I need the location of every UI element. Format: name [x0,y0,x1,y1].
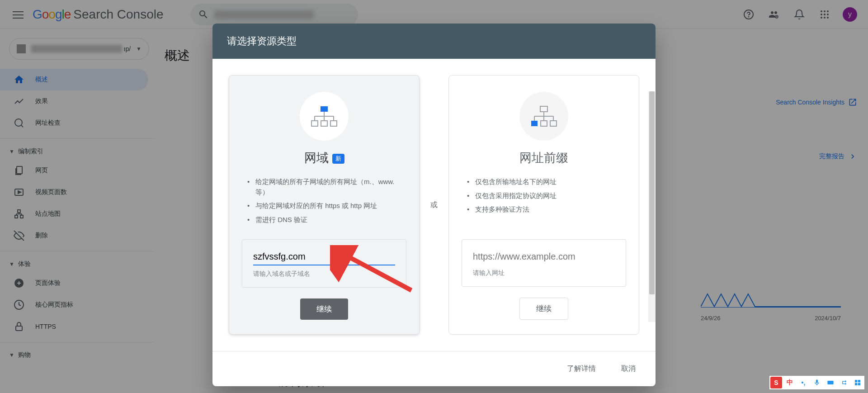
modal-scrollbar[interactable] [648,91,656,322]
domain-input-hint: 请输入域名或子域名 [253,270,395,278]
svg-rect-50 [858,380,860,382]
ime-toolbar[interactable]: S 中 •, [769,376,864,389]
svg-rect-31 [330,121,337,126]
url-continue-button[interactable]: 继续 [519,298,568,320]
new-badge: 新 [332,154,344,164]
url-sitemap-icon [519,92,568,141]
ime-toolbox-icon[interactable] [852,377,863,388]
svg-rect-30 [321,121,327,126]
url-input-box: 请输入网址 [462,239,626,287]
ime-sogou-icon[interactable]: S [770,377,782,388]
domain-input[interactable] [253,249,395,265]
or-separator: 或 [430,200,438,210]
svg-rect-38 [531,121,538,126]
svg-rect-39 [541,121,547,126]
url-card-title: 网址前缀 [462,150,626,166]
ime-keyboard-icon[interactable] [825,377,836,388]
property-type-modal: 请选择资源类型 网域新 给定网域的所有子网域的所有网址（m.、www. 等） 与… [212,24,656,386]
svg-rect-48 [827,381,833,384]
svg-rect-29 [311,121,318,126]
svg-rect-40 [550,121,557,126]
url-prefix-property-card[interactable]: 网址前缀 仅包含所输地址名下的网址 仅包含采用指定协议的网址 支持多种验证方法 … [448,75,639,335]
ime-mic-icon[interactable] [811,377,823,388]
domain-sitemap-icon [300,92,349,141]
domain-card-bullets: 给定网域的所有子网域的所有网址（m.、www. 等） 与给定网域对应的所有 ht… [242,175,406,227]
domain-input-box: 请输入域名或子域名 [242,239,406,288]
url-prefix-input[interactable] [473,249,615,265]
modal-title: 请选择资源类型 [212,24,656,59]
cancel-button[interactable]: 取消 [616,360,641,377]
ime-punct-icon[interactable]: •, [797,377,809,388]
svg-rect-51 [855,383,857,385]
domain-property-card[interactable]: 网域新 给定网域的所有子网域的所有网址（m.、www. 等） 与给定网域对应的所… [229,75,420,335]
domain-card-title: 网域新 [242,150,406,166]
svg-rect-28 [321,106,328,112]
url-card-bullets: 仅包含所输地址名下的网址 仅包含采用指定协议的网址 支持多种验证方法 [462,175,626,217]
learn-more-button[interactable]: 了解详情 [561,360,601,377]
url-input-hint: 请输入网址 [473,269,615,277]
ime-skin-icon[interactable] [838,377,850,388]
svg-rect-49 [855,380,857,382]
ime-chinese-icon[interactable]: 中 [784,377,796,388]
svg-rect-52 [858,383,860,385]
svg-rect-37 [540,106,547,112]
modal-overlay[interactable]: 请选择资源类型 网域新 给定网域的所有子网域的所有网址（m.、www. 等） 与… [0,0,868,393]
domain-continue-button[interactable]: 继续 [300,298,348,320]
